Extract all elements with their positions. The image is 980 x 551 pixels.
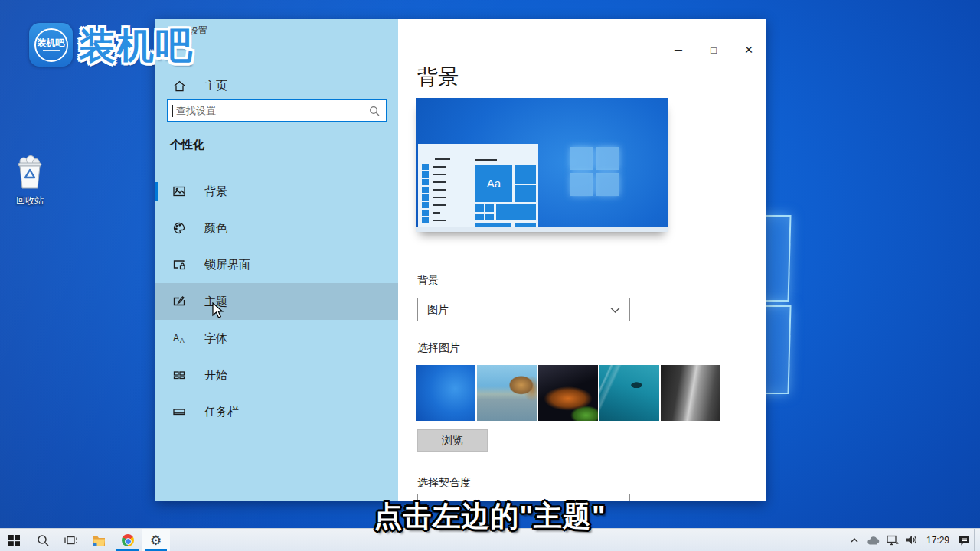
- sidebar-item-label: 锁屏界面: [204, 258, 250, 272]
- preview-aa-tile: Aa: [475, 165, 512, 202]
- theme-icon: [172, 295, 186, 308]
- sidebar-item-label: 颜色: [204, 221, 227, 236]
- desktop: 回收站 设置 ─ □ × 主页: [0, 0, 980, 551]
- sidebar-item-lockscreen[interactable]: 锁屏界面: [155, 246, 398, 283]
- svg-text:A: A: [173, 333, 179, 344]
- watermark-brand-text: 装机吧: [79, 21, 194, 70]
- chevron-down-icon: [610, 304, 620, 316]
- close-button[interactable]: ×: [741, 42, 756, 57]
- background-dropdown-value: 图片: [427, 303, 449, 317]
- settings-main-panel: 背景 Aa: [398, 19, 766, 501]
- background-section-label: 背景: [417, 274, 439, 288]
- preview-mock-window: Aa: [418, 144, 538, 227]
- fonts-icon: A A: [172, 331, 186, 345]
- settings-search-input[interactable]: [173, 105, 369, 116]
- home-icon: [172, 80, 186, 93]
- video-subtitle: 点击左边的"主题": [0, 497, 980, 536]
- page-title: 背景: [417, 64, 459, 91]
- recycle-bin-label: 回收站: [8, 194, 52, 207]
- watermark-badge-icon: 装机吧: [29, 23, 73, 67]
- recycle-bin-icon: [12, 179, 47, 192]
- window-controls: ─ □ ×: [671, 42, 756, 57]
- sidebar-item-themes[interactable]: 主题: [155, 283, 398, 320]
- thumbnail-underwater[interactable]: [599, 365, 659, 421]
- sidebar-item-label: 字体: [204, 331, 227, 346]
- sidebar-nav: 背景 颜色: [155, 173, 398, 430]
- mouse-cursor: [212, 302, 227, 322]
- svg-text:A: A: [180, 337, 185, 344]
- sidebar-item-label: 开始: [204, 368, 227, 383]
- image-icon: [172, 184, 186, 198]
- choose-fit-label: 选择契合度: [417, 476, 471, 490]
- lockscreen-icon: [172, 258, 186, 272]
- sidebar-item-background[interactable]: 背景: [155, 173, 398, 210]
- maximize-button[interactable]: □: [706, 42, 721, 57]
- thumbnail-night-sky[interactable]: [538, 365, 598, 421]
- settings-window: 设置 ─ □ × 主页: [155, 19, 766, 501]
- background-preview-image: Aa: [416, 98, 668, 232]
- search-icon[interactable]: [369, 106, 380, 116]
- settings-sidebar: 主页 个性化 背景: [155, 19, 398, 501]
- picture-thumbnails: [416, 365, 720, 421]
- preview-windows-logo: [570, 147, 619, 196]
- sidebar-item-taskbar[interactable]: 任务栏: [155, 393, 398, 430]
- taskbar-clock[interactable]: 17:29: [921, 535, 955, 546]
- sidebar-item-colors[interactable]: 颜色: [155, 210, 398, 246]
- sidebar-item-home[interactable]: 主页: [172, 79, 227, 93]
- sidebar-home-label: 主页: [204, 79, 227, 93]
- sidebar-section-header: 个性化: [170, 138, 204, 152]
- thumbnail-beach-rocks[interactable]: [477, 365, 537, 421]
- sidebar-item-label: 任务栏: [204, 405, 239, 419]
- sidebar-item-label: 背景: [204, 184, 227, 199]
- browse-button[interactable]: 浏览: [417, 429, 488, 452]
- recycle-bin-desktop-icon[interactable]: 回收站: [8, 155, 52, 207]
- taskbar-icon: [172, 405, 186, 419]
- minimize-button[interactable]: ─: [671, 42, 686, 57]
- start-icon: [172, 368, 186, 382]
- watermark-logo: 装机吧 装机吧: [29, 23, 194, 70]
- choose-picture-label: 选择图片: [417, 341, 460, 355]
- palette-icon: [172, 221, 186, 235]
- background-type-dropdown[interactable]: 图片: [417, 298, 630, 321]
- thumbnail-windows-10-default[interactable]: [416, 365, 475, 421]
- watermark-badge-text: 装机吧: [38, 38, 65, 48]
- thumbnail-rock-cliff[interactable]: [661, 365, 720, 421]
- sidebar-item-start[interactable]: 开始: [155, 357, 398, 393]
- preview-mock-taskbar: [416, 227, 668, 232]
- settings-search-box[interactable]: [167, 99, 387, 122]
- sidebar-item-fonts[interactable]: A A 字体: [155, 320, 398, 357]
